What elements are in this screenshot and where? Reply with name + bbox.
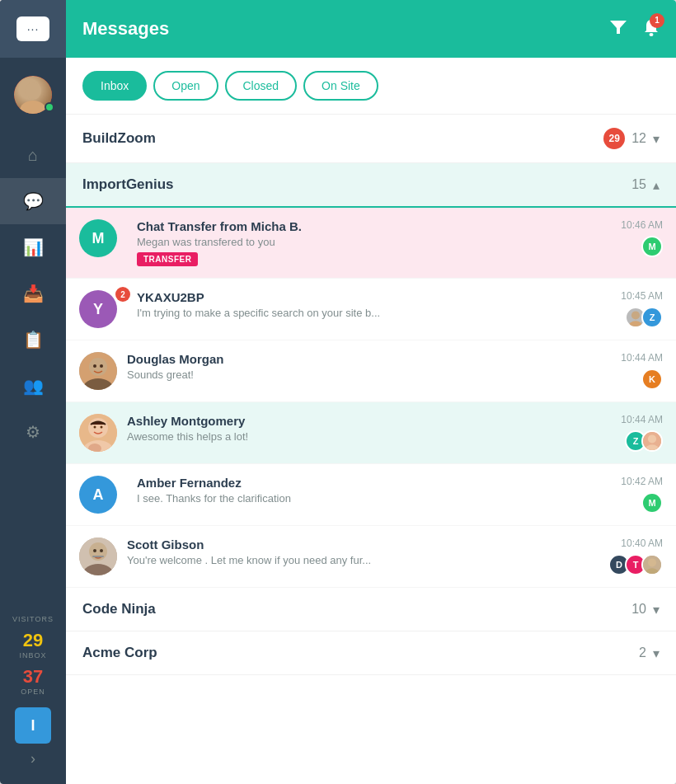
svg-point-25	[100, 549, 103, 552]
buildzoom-chevron: ▾	[653, 131, 660, 147]
code-ninja-chevron: ▾	[653, 602, 660, 617]
svg-point-6	[629, 321, 643, 328]
files-icon: 📋	[23, 330, 44, 350]
agent-avatars-scott: D T	[608, 554, 663, 575]
conv-time-ashley: 10:44 AM	[621, 414, 663, 425]
agent-avatar-photo	[641, 430, 663, 452]
svg-point-4	[650, 33, 654, 36]
conv-body-micha: Chat Transfer from Micha B. Megan was tr…	[137, 219, 614, 266]
conv-item-scott-gibson[interactable]: Scott Gibson You're welcome . Let me kno…	[66, 526, 676, 588]
home-icon: ⌂	[28, 146, 38, 165]
conv-item-amber-fernandez[interactable]: A Amber Fernandez I see. Thanks for the …	[66, 464, 676, 526]
conv-right-amber: 10:42 AM M	[621, 476, 663, 514]
group-code-ninja[interactable]: Code Ninja 10 ▾	[66, 588, 676, 631]
svg-point-5	[631, 311, 640, 319]
svg-point-1	[20, 101, 46, 114]
conv-right-micha: 10:46 AM M	[621, 219, 663, 257]
conv-name-micha: Chat Transfer from Micha B.	[137, 219, 614, 233]
sidebar-logo[interactable]	[0, 0, 66, 58]
conv-right-ykaxu2bp: 10:45 AM Z	[621, 290, 663, 328]
agent-avatar: M	[641, 236, 663, 257]
importgenius-chevron: ▴	[653, 177, 660, 193]
conv-time-ykaxu2bp: 10:45 AM	[621, 290, 663, 302]
svg-point-17	[101, 426, 103, 429]
agent-avatar-photo-scott	[641, 554, 663, 575]
svg-point-28	[648, 558, 656, 566]
tab-inbox[interactable]: Inbox	[82, 71, 147, 101]
sidebar-bottom: I ›	[0, 707, 66, 784]
conv-preview-amber: I see. Thanks for the clarification	[137, 492, 614, 505]
agent-avatars-ykaxu2bp: Z	[625, 307, 663, 328]
acme-corp-count: 2	[639, 646, 646, 660]
conv-body-scott: Scott Gibson You're welcome . Let me kno…	[127, 538, 602, 566]
sidebar-stats: VISITORS 29 INBOX 37 OPEN	[0, 607, 66, 707]
buildzoom-count: 12	[631, 131, 646, 146]
nav-item-messages[interactable]: 💬	[0, 178, 66, 224]
conv-item-ykaxu2bp[interactable]: Y 2 YKAXU2BP I'm trying to make a specif…	[66, 279, 676, 340]
tab-open[interactable]: Open	[153, 71, 218, 101]
main-content: Messages 1 Inbox Open C	[66, 0, 676, 784]
acme-corp-chevron: ▾	[653, 646, 660, 661]
conv-right-scott: 10:40 AM D T	[608, 538, 663, 575]
notification-count-badge: 1	[650, 13, 664, 28]
agent-avatar-m-amber: M	[641, 492, 663, 514]
nav-item-inbox[interactable]: 📥	[0, 270, 66, 317]
inbox-icon: 📥	[23, 284, 44, 303]
conv-name-amber: Amber Fernandez	[137, 476, 614, 490]
group-meta-buildzoom: 29 12 ▾	[603, 128, 660, 149]
analytics-icon: 📊	[23, 237, 44, 257]
open-count: 37	[21, 666, 45, 688]
conv-item-douglas-morgan[interactable]: Douglas Morgan Sounds great! 10:44 AM K	[66, 340, 676, 402]
online-status-dot	[45, 102, 54, 112]
conv-time-amber: 10:42 AM	[621, 476, 663, 487]
nav-item-files[interactable]: 📋	[0, 317, 66, 363]
conv-item-chat-transfer[interactable]: M Chat Transfer from Micha B. Megan was …	[66, 208, 676, 279]
svg-rect-26	[92, 556, 104, 557]
conv-right-douglas: 10:44 AM K	[621, 352, 663, 390]
conv-name-douglas: Douglas Morgan	[127, 352, 614, 366]
group-meta-acme-corp: 2 ▾	[639, 646, 660, 661]
agent-avatar-2: Z	[641, 307, 663, 328]
agent-avatars-micha: M	[641, 236, 663, 257]
group-meta-code-ninja: 10 ▾	[631, 602, 660, 617]
importgenius-count: 15	[631, 177, 646, 192]
app-container: ⌂ 💬 📊 📥 📋 👥 ⚙ VISITORS 2	[0, 0, 676, 784]
conv-avatar-micha: M	[79, 219, 117, 257]
agent-avatar-k: K	[641, 369, 663, 390]
conv-avatar-amber: A	[79, 476, 117, 514]
tabs-row: Inbox Open Closed On Site	[66, 58, 676, 115]
conv-avatar-ykaxu2bp: Y	[79, 290, 117, 328]
agent-avatars-ashley: Z	[625, 430, 663, 452]
conv-time-micha: 10:46 AM	[621, 219, 663, 231]
nav-item-settings[interactable]: ⚙	[0, 409, 66, 455]
conv-name-ashley: Ashley Montgomery	[127, 414, 614, 428]
group-buildzoom[interactable]: BuildZoom 29 12 ▾	[66, 115, 676, 163]
tab-closed[interactable]: Closed	[225, 71, 298, 101]
filter-button[interactable]	[610, 19, 627, 40]
nav-item-team[interactable]: 👥	[0, 363, 66, 409]
sidebar: ⌂ 💬 📊 📥 📋 👥 ⚙ VISITORS 2	[0, 0, 66, 784]
inbox-count: 29	[19, 630, 46, 651]
tab-on-site[interactable]: On Site	[303, 71, 378, 101]
conv-preview-ykaxu2bp: I'm trying to make a specific search on …	[137, 307, 614, 319]
group-importgenius[interactable]: ImportGenius 15 ▴	[66, 163, 676, 208]
group-acme-corp[interactable]: Acme Corp 2 ▾	[66, 631, 676, 675]
conv-name-scott: Scott Gibson	[127, 538, 602, 552]
nav-item-analytics[interactable]: 📊	[0, 224, 66, 270]
group-name-code-ninja: Code Ninja	[82, 601, 156, 617]
conv-body-douglas: Douglas Morgan Sounds great!	[127, 352, 614, 381]
conv-item-ashley-montgomery[interactable]: Ashley Montgomery Awesome this helps a l…	[66, 402, 676, 464]
open-label: OPEN	[21, 688, 45, 696]
expand-arrow[interactable]: ›	[31, 750, 35, 768]
group-meta-importgenius: 15 ▴	[631, 177, 660, 193]
svg-point-16	[94, 426, 96, 429]
notification-bell-button[interactable]: 1	[643, 18, 660, 40]
unread-badge-ykaxu2bp: 2	[115, 287, 130, 302]
team-icon: 👥	[23, 376, 44, 396]
group-name-buildzoom: BuildZoom	[82, 130, 156, 147]
conv-preview-micha: Megan was transfered to you	[137, 236, 614, 248]
inbox-label: INBOX	[19, 651, 46, 660]
nav-item-home[interactable]: ⌂	[0, 132, 66, 178]
user-badge[interactable]: I	[15, 707, 51, 744]
open-stat: 37 OPEN	[21, 666, 45, 696]
